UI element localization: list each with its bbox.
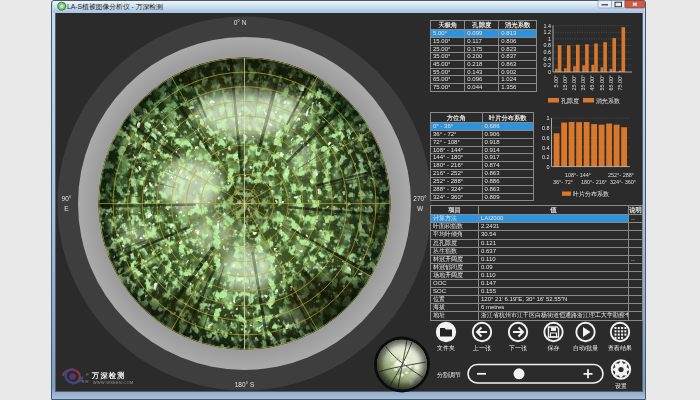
svg-text:消光系数: 消光系数 <box>596 97 620 105</box>
svg-text:孔隙度: 孔隙度 <box>561 97 579 105</box>
svg-text:1.4: 1.4 <box>544 23 552 29</box>
svg-text:0: 0 <box>548 69 551 75</box>
svg-text:75.00°: 75.00° <box>617 75 623 90</box>
svg-text:文件夹: 文件夹 <box>437 344 455 351</box>
svg-text:180° S: 180° S <box>235 381 255 388</box>
svg-text:E: E <box>64 205 69 212</box>
svg-text:查看结果: 查看结果 <box>608 344 632 352</box>
svg-text:万深检测: 万深检测 <box>91 371 126 380</box>
svg-text:270°: 270° <box>413 195 427 202</box>
svg-text:324°- 360°: 324°- 360° <box>610 179 636 185</box>
svg-text:15.00°: 15.00° <box>562 75 568 90</box>
svg-text:36°- 72°: 36°- 72° <box>553 179 573 185</box>
svg-text:设置: 设置 <box>615 382 627 389</box>
svg-text:WWW.WSEEN.COM: WWW.WSEEN.COM <box>93 381 134 385</box>
svg-text:0: 0 <box>547 164 550 170</box>
svg-text:0.8: 0.8 <box>542 125 550 131</box>
svg-text:保存: 保存 <box>548 345 560 351</box>
svg-text:分割调节: 分割调节 <box>437 371 461 379</box>
svg-text:0.4: 0.4 <box>544 56 552 62</box>
svg-text:®: ® <box>86 373 89 377</box>
svg-text:0.8: 0.8 <box>544 42 552 48</box>
svg-text:0.4: 0.4 <box>542 145 550 151</box>
svg-text:180°- 216°: 180°- 216° <box>581 179 607 185</box>
svg-text:1: 1 <box>548 36 551 42</box>
svg-text:0.2: 0.2 <box>544 62 552 68</box>
svg-text:90°: 90° <box>62 195 72 202</box>
svg-text:0.6: 0.6 <box>544 49 552 55</box>
svg-text:1.2: 1.2 <box>544 29 552 35</box>
svg-text:5.00°: 5.00° <box>553 75 559 87</box>
svg-text:上一张: 上一张 <box>472 345 491 352</box>
svg-text:65.00°: 65.00° <box>608 75 614 90</box>
svg-text:1: 1 <box>547 115 550 121</box>
svg-text:108°- 144°: 108°- 144° <box>565 172 591 178</box>
svg-text:下一张: 下一张 <box>509 345 527 352</box>
svg-text:叶片分布系数: 叶片分布系数 <box>573 190 609 198</box>
svg-text:252°- 288°: 252°- 288° <box>608 172 634 178</box>
svg-text:45.00°: 45.00° <box>589 75 595 90</box>
svg-text:25.00°: 25.00° <box>571 75 577 90</box>
svg-text:W: W <box>417 205 424 212</box>
svg-text:35.00°: 35.00° <box>580 75 586 90</box>
svg-text:自动/批量: 自动/批量 <box>573 345 599 352</box>
svg-text:万深: 万深 <box>81 379 89 384</box>
svg-text:0.2: 0.2 <box>542 154 550 160</box>
svg-text:55.00°: 55.00° <box>599 75 605 90</box>
svg-text:0° N: 0° N <box>234 19 247 26</box>
svg-text:0.6: 0.6 <box>542 135 550 141</box>
